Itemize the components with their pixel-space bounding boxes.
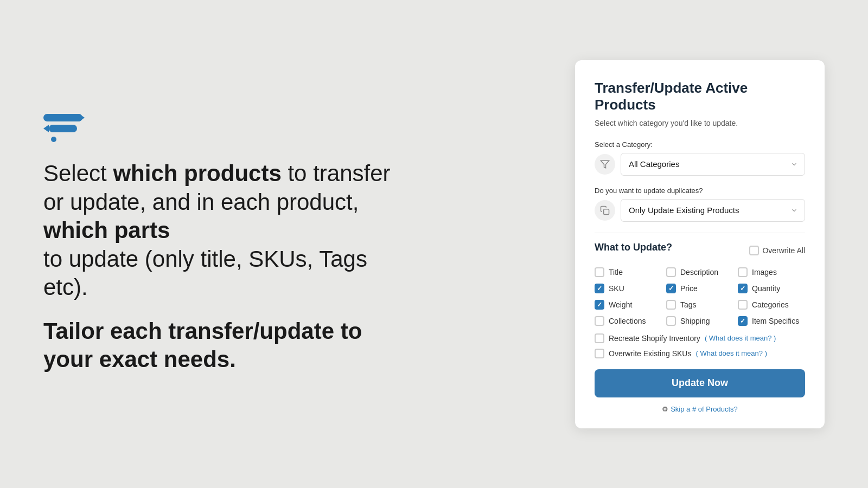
cb-images[interactable] [738,267,748,277]
checkbox-weight[interactable]: Weight [595,300,662,310]
overwrite-skus-link[interactable]: ( What does it mean? ) [695,349,767,357]
cb-quantity-label: Quantity [752,284,780,293]
checkbox-title[interactable]: Title [595,267,662,277]
overwrite-all-row: Overwrite All [749,246,805,255]
dialog-title: Transfer/Update Active Products [595,80,805,113]
cb-title[interactable] [595,267,604,277]
cb-weight-label: Weight [609,300,632,309]
cb-shipping-label: Shipping [680,317,710,325]
checkbox-item-specifics[interactable]: Item Specifics [738,316,805,326]
checkbox-categories[interactable]: Categories [738,300,805,310]
checkboxes-header: What to Update? Overwrite All [595,242,805,262]
update-now-button[interactable]: Update Now [595,369,805,397]
copy-icon [600,206,610,215]
duplicates-row: Only Update Existing ProductsUpdate AllS… [595,199,805,222]
skip-icon: ⚙ [662,405,668,413]
filter-icon-container [595,154,615,175]
category-row: All Categories [595,153,805,176]
checkbox-sku[interactable]: SKU [595,284,662,293]
cb-weight[interactable] [595,300,604,310]
recreate-shopify-option[interactable]: Recreate Shopify Inventory ( What does i… [595,333,805,343]
divider [595,233,805,233]
svg-rect-1 [604,209,609,214]
cb-title-label: Title [609,268,623,277]
checkbox-tags[interactable]: Tags [666,300,733,310]
cb-sku[interactable] [595,284,604,293]
cb-shipping[interactable] [666,316,676,326]
logo-dot [51,137,56,142]
svg-marker-0 [601,160,609,168]
checkbox-price[interactable]: Price [666,284,733,293]
category-select[interactable]: All Categories [621,153,805,176]
cb-collections[interactable] [595,316,604,326]
skip-products-link[interactable]: Skip a # of Products? [671,405,738,413]
logo-bar2 [49,125,77,132]
dialog-panel: Transfer/Update Active Products Select w… [575,60,825,428]
cb-recreate-shopify[interactable] [595,333,604,343]
cb-images-label: Images [752,268,777,277]
cb-categories-label: Categories [752,300,789,309]
overwrite-skus-label: Overwrite Existing SKUs [609,349,691,358]
cb-quantity[interactable] [738,284,748,293]
checkbox-shipping[interactable]: Shipping [666,316,733,326]
skip-link-row: ⚙ Skip a # of Products? [595,405,805,413]
recreate-shopify-link[interactable]: ( What does it mean? ) [705,334,776,342]
cb-tags[interactable] [666,300,676,310]
overwrite-all-label: Overwrite All [762,246,805,255]
cb-description-label: Description [680,268,718,277]
logo-bar1 [43,114,82,121]
recreate-shopify-label: Recreate Shopify Inventory [609,334,700,343]
cb-price[interactable] [666,284,676,293]
logo [43,114,391,142]
cb-price-label: Price [680,284,698,293]
checkbox-quantity[interactable]: Quantity [738,284,805,293]
dialog-subtitle: Select which category you'd like to upda… [595,119,805,127]
cb-item-specifics[interactable] [738,316,748,326]
cb-sku-label: SKU [609,284,624,293]
main-headline: Select which products to transferor upda… [43,159,391,302]
copy-icon-container [595,200,615,221]
left-panel: Select which products to transferor upda… [43,114,412,374]
checkbox-images[interactable]: Images [738,267,805,277]
filter-icon [600,159,610,169]
overwrite-skus-option[interactable]: Overwrite Existing SKUs ( What does it m… [595,349,805,358]
checkbox-description[interactable]: Description [666,267,733,277]
logo-icon [43,114,391,142]
sub-headline: Tailor each transfer/update to your exac… [43,317,391,374]
duplicates-select[interactable]: Only Update Existing ProductsUpdate AllS… [621,199,805,222]
cb-description[interactable] [666,267,676,277]
cb-tags-label: Tags [680,300,697,309]
duplicates-label: Do you want to update duplicates? [595,187,805,195]
extra-options: Recreate Shopify Inventory ( What does i… [595,333,805,358]
checkbox-collections[interactable]: Collections [595,316,662,326]
cb-categories[interactable] [738,300,748,310]
headline-bold2: which parts [43,217,170,243]
overwrite-all-checkbox[interactable] [749,246,759,255]
cb-overwrite-skus[interactable] [595,349,604,358]
category-label: Select a Category: [595,140,805,149]
cb-collections-label: Collections [609,317,646,325]
cb-item-specifics-label: Item Specifics [752,317,799,325]
headline-bold1: which products [113,160,281,186]
what-to-update-label: What to Update? [595,242,672,253]
checkbox-grid: Title Description Images SKU Price Quant… [595,267,805,326]
